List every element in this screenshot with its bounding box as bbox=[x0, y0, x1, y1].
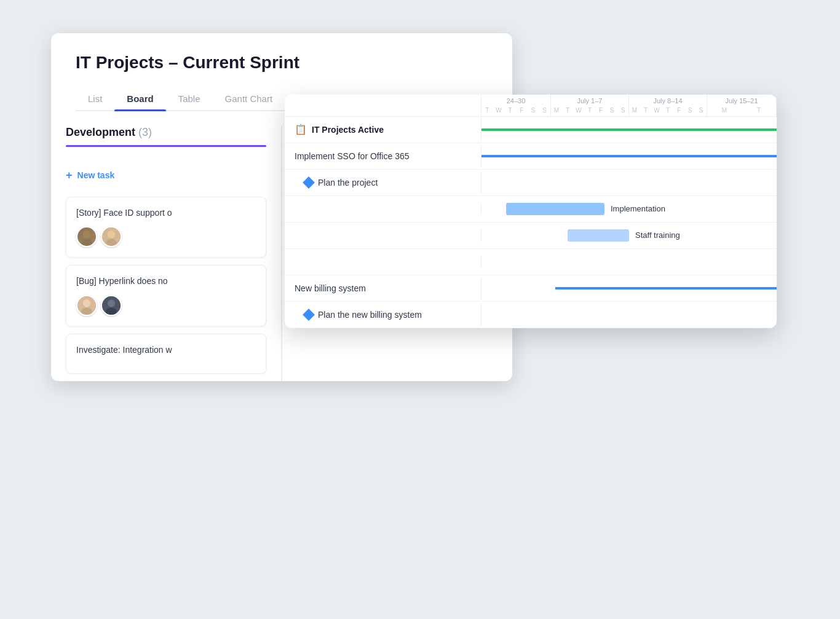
gantt-row-plan-project[interactable]: Plan the project bbox=[285, 170, 777, 196]
task-avatars-bug bbox=[76, 295, 256, 316]
svg-point-4 bbox=[108, 231, 115, 238]
gantt-bar-sso bbox=[481, 155, 777, 157]
gantt-row-spacer bbox=[285, 249, 777, 275]
task-card-investigate[interactable]: Investigate: Integration w bbox=[66, 334, 266, 374]
diamond-icon-billing bbox=[303, 309, 315, 321]
task-card-bug-hyperlink[interactable]: [Bug] Hyperlink does no bbox=[66, 265, 266, 326]
svg-point-5 bbox=[106, 239, 117, 246]
svg-point-0 bbox=[83, 231, 90, 238]
diamond-icon-plan bbox=[303, 176, 315, 189]
avatar-user2 bbox=[101, 226, 122, 247]
task-title-bug-hyperlink: [Bug] Hyperlink does no bbox=[76, 275, 256, 288]
task-title-investigate: Investigate: Integration w bbox=[76, 344, 256, 357]
gantt-grid-implementation: Implementation bbox=[481, 196, 777, 222]
page-title: IT Projects – Current Sprint bbox=[76, 53, 488, 73]
tab-table[interactable]: Table bbox=[166, 87, 213, 110]
gantt-grid-plan-billing bbox=[481, 302, 777, 328]
gantt-period-jul15: July 15–21 M T bbox=[707, 95, 777, 116]
gantt-row-sso[interactable]: Implement SSO for Office 365 bbox=[285, 143, 777, 170]
gantt-period-jul8: July 8–14 M T W T F S S bbox=[629, 95, 707, 116]
avatar-user3 bbox=[76, 295, 97, 316]
gantt-dates-header: 24–30 T W T F S S July 1–7 M T bbox=[481, 95, 777, 116]
tab-list[interactable]: List bbox=[76, 87, 114, 110]
tab-board[interactable]: Board bbox=[114, 87, 165, 110]
gantt-grid-it-projects bbox=[481, 117, 777, 143]
gantt-row-implementation[interactable]: Implementation bbox=[285, 196, 777, 223]
doc-icon: 📋 bbox=[295, 124, 307, 135]
gantt-grid-billing bbox=[481, 275, 777, 301]
gantt-grid-staff-training: Staff training bbox=[481, 223, 777, 248]
gantt-label-sso: Implement SSO for Office 365 bbox=[285, 145, 481, 167]
column-title-development: Development (3) bbox=[66, 126, 266, 139]
gantt-bar-implementation bbox=[506, 203, 604, 215]
gantt-label-plan-billing: Plan the new billing system bbox=[285, 304, 481, 326]
svg-point-8 bbox=[81, 307, 92, 315]
gantt-body: 📋 IT Projects Active Implement SSO for O… bbox=[285, 117, 777, 328]
task-card-face-id[interactable]: [Story] Face ID support o bbox=[66, 197, 266, 258]
tab-gantt-chart[interactable]: Gantt Chart bbox=[213, 87, 285, 110]
svg-point-11 bbox=[106, 307, 117, 315]
gantt-label-training-text: Staff training bbox=[635, 231, 680, 240]
svg-point-7 bbox=[83, 299, 90, 307]
column-underline-dev bbox=[66, 145, 266, 147]
task-title-face-id: [Story] Face ID support o bbox=[76, 207, 256, 219]
column-header-development: Development (3) bbox=[66, 126, 266, 154]
gantt-label-it-projects: 📋 IT Projects Active bbox=[285, 117, 481, 141]
new-task-button[interactable]: + New task bbox=[66, 164, 266, 187]
gantt-row-plan-billing[interactable]: Plan the new billing system bbox=[285, 302, 777, 328]
gantt-period-jun24: 24–30 T W T F S S bbox=[481, 95, 551, 116]
avatar-user4 bbox=[101, 295, 122, 316]
gantt-label-staff-training bbox=[285, 229, 481, 242]
gantt-bar-billing bbox=[555, 287, 777, 290]
gantt-row-billing[interactable]: New billing system bbox=[285, 275, 777, 302]
gantt-label-plan-project: Plan the project bbox=[285, 172, 481, 194]
gantt-bar-training bbox=[568, 229, 629, 242]
task-avatars-face-id bbox=[76, 226, 256, 247]
gantt-grid-sso bbox=[481, 143, 777, 169]
gantt-bar-green bbox=[481, 128, 777, 131]
gantt-label-billing: New billing system bbox=[285, 277, 481, 299]
sso-label-text: Implement SSO for Office 365 bbox=[295, 151, 410, 161]
gantt-label-implementation bbox=[285, 203, 481, 215]
gantt-row-staff-training[interactable]: Staff training bbox=[285, 223, 777, 249]
gantt-row-it-projects-active: 📋 IT Projects Active bbox=[285, 117, 777, 143]
new-task-label: New task bbox=[77, 170, 115, 180]
svg-point-10 bbox=[108, 299, 115, 307]
gantt-card: 24–30 T W T F S S July 1–7 M T bbox=[285, 95, 777, 328]
gantt-label-header bbox=[285, 95, 481, 116]
gantt-label-implementation-text: Implementation bbox=[611, 204, 665, 213]
gantt-grid-plan-project bbox=[481, 170, 777, 195]
column-development: Development (3) + New task [Story] Face … bbox=[51, 126, 281, 382]
avatar-user1 bbox=[76, 226, 97, 247]
gantt-header: 24–30 T W T F S S July 1–7 M T bbox=[285, 95, 777, 117]
svg-point-1 bbox=[81, 239, 92, 246]
gantt-period-jul1: July 1–7 M T W T F S S bbox=[551, 95, 629, 116]
column-count-development: (3) bbox=[138, 126, 152, 138]
new-task-plus-icon: + bbox=[66, 169, 73, 182]
